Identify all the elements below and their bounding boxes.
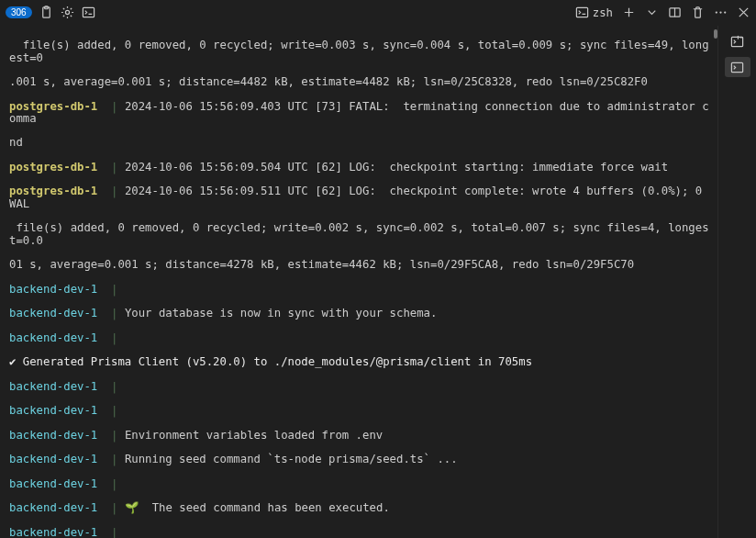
svg-point-6 <box>716 11 717 13</box>
terminal-icon[interactable] <box>82 6 95 19</box>
chevron-down-icon[interactable] <box>645 6 659 19</box>
terminal-side-tabs <box>717 26 756 538</box>
notification-badge[interactable]: 306 <box>6 6 32 18</box>
trash-icon[interactable] <box>691 6 705 19</box>
close-icon[interactable] <box>737 6 750 19</box>
svg-rect-9 <box>731 37 742 46</box>
svg-rect-10 <box>731 62 742 72</box>
clipboard-icon[interactable] <box>39 6 53 19</box>
titlebar: 306 zsh <box>0 0 756 26</box>
side-terminal-1-icon[interactable] <box>725 31 750 51</box>
terminal-shell-name: zsh <box>593 6 613 19</box>
svg-point-8 <box>724 11 726 13</box>
svg-rect-3 <box>83 7 94 17</box>
more-icon[interactable] <box>714 6 728 19</box>
gear-icon[interactable] <box>61 6 74 19</box>
active-terminal-label[interactable]: zsh <box>575 6 613 19</box>
side-terminal-2-icon[interactable] <box>725 57 750 77</box>
terminal-output: file(s) added, 0 removed, 0 recycled; wr… <box>0 26 717 538</box>
split-terminal-icon[interactable] <box>668 6 682 19</box>
new-terminal-icon[interactable] <box>622 6 636 19</box>
svg-point-2 <box>65 10 69 14</box>
terminal-pane[interactable]: file(s) added, 0 removed, 0 recycled; wr… <box>0 26 717 538</box>
svg-rect-4 <box>576 7 587 17</box>
svg-point-7 <box>719 11 721 13</box>
